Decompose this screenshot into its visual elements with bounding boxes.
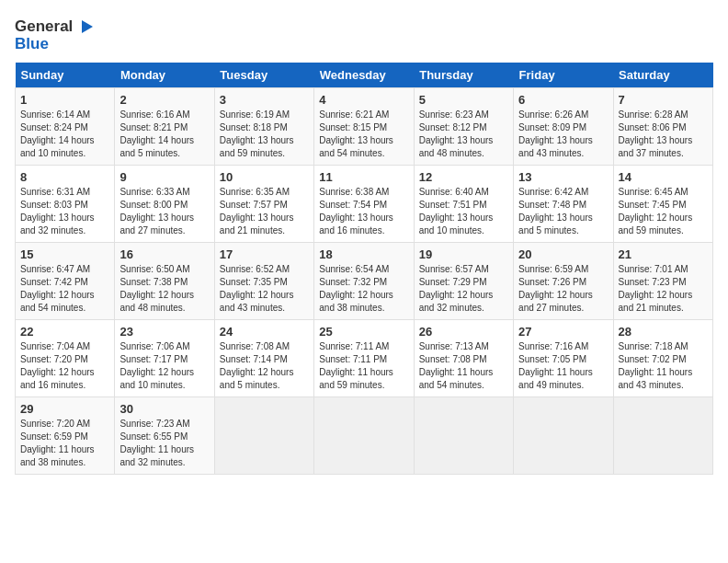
daylight-text: Daylight: 13 hours and 16 minutes. [319, 213, 393, 236]
day-number: 19 [419, 247, 508, 261]
sunset-text: Sunset: 6:59 PM [20, 431, 88, 442]
sunrise-text: Sunrise: 6:14 AM [20, 109, 90, 120]
day-number: 11 [319, 170, 408, 184]
daylight-text: Daylight: 12 hours and 10 minutes. [119, 367, 194, 390]
day-number: 26 [419, 325, 508, 339]
day-header-friday: Friday [514, 63, 613, 88]
calendar-day-8: 8 Sunrise: 6:31 AM Sunset: 8:03 PM Dayli… [16, 166, 115, 243]
day-number: 9 [119, 170, 209, 184]
daylight-text: Daylight: 14 hours and 10 minutes. [20, 135, 95, 158]
sunset-text: Sunset: 7:20 PM [20, 354, 88, 364]
sunset-text: Sunset: 7:05 PM [518, 354, 586, 364]
sunset-text: Sunset: 8:18 PM [220, 122, 288, 132]
sunset-text: Sunset: 7:48 PM [518, 200, 586, 210]
calendar-week-row: 22 Sunrise: 7:04 AM Sunset: 7:20 PM Dayl… [16, 320, 713, 397]
calendar-day-14: 14 Sunrise: 6:45 AM Sunset: 7:45 PM Dayl… [613, 166, 712, 243]
daylight-text: Daylight: 12 hours and 38 minutes. [319, 290, 393, 313]
day-number: 16 [119, 247, 209, 261]
daylight-text: Daylight: 11 hours and 59 minutes. [319, 367, 393, 390]
sunset-text: Sunset: 8:06 PM [619, 122, 687, 132]
calendar-day-18: 18 Sunrise: 6:54 AM Sunset: 7:32 PM Dayl… [314, 243, 414, 320]
svg-marker-0 [82, 20, 93, 33]
sunrise-text: Sunrise: 6:21 AM [319, 109, 389, 120]
daylight-text: Daylight: 12 hours and 5 minutes. [220, 367, 294, 390]
page-header: General Blue [15, 15, 713, 53]
calendar-day-10: 10 Sunrise: 6:35 AM Sunset: 7:57 PM Dayl… [214, 166, 313, 243]
logo: General Blue [15, 15, 98, 53]
calendar-day-4: 4 Sunrise: 6:21 AM Sunset: 8:15 PM Dayli… [314, 88, 414, 166]
calendar-empty-cell [214, 397, 313, 475]
sunrise-text: Sunrise: 6:54 AM [319, 264, 389, 274]
day-number: 20 [518, 247, 608, 261]
daylight-text: Daylight: 13 hours and 10 minutes. [419, 213, 494, 236]
calendar-week-row: 29 Sunrise: 7:20 AM Sunset: 6:59 PM Dayl… [16, 397, 713, 475]
sunset-text: Sunset: 7:11 PM [319, 354, 387, 364]
day-number: 28 [619, 325, 708, 339]
sunset-text: Sunset: 7:23 PM [619, 277, 687, 287]
calendar-table: SundayMondayTuesdayWednesdayThursdayFrid… [15, 63, 713, 475]
sunrise-text: Sunrise: 6:47 AM [20, 264, 90, 274]
sunset-text: Sunset: 7:54 PM [319, 200, 387, 210]
sunset-text: Sunset: 7:45 PM [619, 200, 687, 210]
day-number: 13 [518, 170, 608, 184]
sunset-text: Sunset: 7:42 PM [20, 277, 88, 287]
calendar-day-25: 25 Sunrise: 7:11 AM Sunset: 7:11 PM Dayl… [314, 320, 414, 397]
sunset-text: Sunset: 7:02 PM [619, 354, 687, 364]
calendar-day-3: 3 Sunrise: 6:19 AM Sunset: 8:18 PM Dayli… [214, 88, 313, 166]
daylight-text: Daylight: 12 hours and 32 minutes. [419, 290, 494, 313]
calendar-day-2: 2 Sunrise: 6:16 AM Sunset: 8:21 PM Dayli… [115, 88, 214, 166]
sunrise-text: Sunrise: 6:16 AM [119, 109, 189, 120]
daylight-text: Daylight: 13 hours and 37 minutes. [619, 135, 693, 158]
calendar-week-row: 1 Sunrise: 6:14 AM Sunset: 8:24 PM Dayli… [16, 88, 713, 166]
day-number: 6 [518, 93, 608, 107]
daylight-text: Daylight: 12 hours and 16 minutes. [20, 367, 95, 390]
daylight-text: Daylight: 13 hours and 54 minutes. [319, 135, 393, 158]
day-number: 17 [220, 247, 309, 261]
sunrise-text: Sunrise: 6:38 AM [319, 187, 389, 197]
day-number: 29 [20, 402, 109, 416]
calendar-day-22: 22 Sunrise: 7:04 AM Sunset: 7:20 PM Dayl… [16, 320, 115, 397]
daylight-text: Daylight: 11 hours and 43 minutes. [619, 367, 693, 390]
sunset-text: Sunset: 8:09 PM [518, 122, 586, 132]
sunset-text: Sunset: 8:03 PM [20, 200, 88, 210]
daylight-text: Daylight: 13 hours and 32 minutes. [20, 213, 95, 236]
day-header-tuesday: Tuesday [214, 63, 313, 88]
day-number: 8 [20, 170, 109, 184]
daylight-text: Daylight: 13 hours and 59 minutes. [220, 135, 294, 158]
calendar-day-19: 19 Sunrise: 6:57 AM Sunset: 7:29 PM Dayl… [414, 243, 513, 320]
day-number: 23 [119, 325, 209, 339]
calendar-day-17: 17 Sunrise: 6:52 AM Sunset: 7:35 PM Dayl… [214, 243, 313, 320]
daylight-text: Daylight: 12 hours and 43 minutes. [220, 290, 294, 313]
sunrise-text: Sunrise: 6:42 AM [518, 187, 588, 197]
sunrise-text: Sunrise: 6:26 AM [518, 109, 588, 120]
daylight-text: Daylight: 13 hours and 43 minutes. [518, 135, 593, 158]
daylight-text: Daylight: 12 hours and 27 minutes. [518, 290, 593, 313]
calendar-header-row: SundayMondayTuesdayWednesdayThursdayFrid… [16, 63, 713, 88]
daylight-text: Daylight: 13 hours and 27 minutes. [119, 213, 194, 236]
day-number: 30 [119, 402, 209, 416]
calendar-day-15: 15 Sunrise: 6:47 AM Sunset: 7:42 PM Dayl… [16, 243, 115, 320]
calendar-day-7: 7 Sunrise: 6:28 AM Sunset: 8:06 PM Dayli… [613, 88, 712, 166]
sunrise-text: Sunrise: 7:13 AM [419, 341, 489, 351]
sunset-text: Sunset: 6:55 PM [119, 431, 188, 442]
daylight-text: Daylight: 14 hours and 5 minutes. [119, 135, 194, 158]
sunset-text: Sunset: 8:00 PM [119, 200, 188, 210]
sunrise-text: Sunrise: 6:28 AM [619, 109, 688, 120]
calendar-day-21: 21 Sunrise: 7:01 AM Sunset: 7:23 PM Dayl… [613, 243, 712, 320]
calendar-empty-cell [514, 397, 613, 475]
day-number: 3 [220, 93, 309, 107]
logo-icon [74, 15, 98, 39]
day-number: 22 [20, 325, 109, 339]
day-number: 4 [319, 93, 408, 107]
calendar-day-29: 29 Sunrise: 7:20 AM Sunset: 6:59 PM Dayl… [16, 397, 115, 475]
day-number: 18 [319, 247, 408, 261]
calendar-empty-cell [414, 397, 513, 475]
day-header-wednesday: Wednesday [314, 63, 414, 88]
day-number: 10 [220, 170, 309, 184]
sunset-text: Sunset: 7:26 PM [518, 277, 586, 287]
day-number: 12 [419, 170, 508, 184]
calendar-empty-cell [613, 397, 712, 475]
sunset-text: Sunset: 8:12 PM [419, 122, 487, 132]
sunrise-text: Sunrise: 7:11 AM [319, 341, 389, 351]
day-number: 21 [619, 247, 708, 261]
